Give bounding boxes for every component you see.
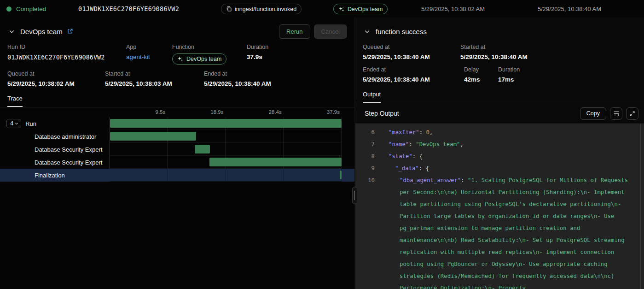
function-value-label: DevOps team [186,56,221,62]
run-id-field: Run ID 01JWDK1XE6C270F6YE69086VW2 [7,44,126,65]
event-badge[interactable]: inngest/function.invoked [221,4,302,14]
expand-button[interactable] [626,107,638,120]
copy-button[interactable]: Copy [580,107,606,120]
trace-row[interactable]: Database administrator [0,130,354,143]
sparkle-icon [177,56,184,62]
step-started-field: Started at 5/29/2025, 10:38:40 AM [460,44,528,60]
axis-tick-label: 18.9s [210,109,225,115]
run-status: Completed [6,0,46,18]
trace-row-track [109,130,342,143]
trace-rows: 4RunDatabase administratorDatabase Secur… [0,117,354,182]
trace-row-name: Finalization [35,172,65,179]
main-content: DevOps team Rerun Cancel Run ID 01JWDK1X… [0,18,644,289]
external-link-icon[interactable] [67,28,73,35]
trace-row-name: Database Security Expert [35,146,102,153]
code-content: "maxIter": 0, [379,126,644,138]
span-count-dropdown[interactable]: 4 [6,119,21,128]
axis-tick-label: 28.4s [269,109,284,115]
word-wrap-button[interactable] [610,107,622,120]
started-at-field: Started at 5/29/2025, 10:38:03 AM [105,71,204,87]
step-output-title: Step Output [365,110,399,117]
topbar-ended-time: 5/29/2025, 10:38:40 AM [538,0,601,18]
code-content: "state": { [379,150,644,162]
trace-row[interactable]: Finalization [0,169,354,182]
line-number: 8 [355,150,375,162]
step-delay-value: 42ms [464,76,498,83]
topbar: Completed 01JWDK1XE6C270F6YE69086VW2 inn… [0,0,644,18]
expand-icon [629,111,635,117]
started-at-label: Started at [105,71,204,77]
trace-row-label: Database Security Expert [0,143,109,156]
code-line: 9"_data": { [355,162,644,174]
step-queued-field: Queued at 5/29/2025, 10:38:40 AM [363,44,460,60]
function-value-badge[interactable]: DevOps team [172,53,226,65]
status-label: Completed [16,6,46,12]
trace-span-bar[interactable] [110,119,342,128]
code-line: 7"name": "DevOps team", [355,138,644,150]
step-output-code[interactable]: 6"maxIter": 0,7"name": "DevOps team",8"s… [355,124,644,289]
step-details-panel: function success Queued at 5/29/2025, 10… [355,18,644,289]
function-badge[interactable]: DevOps team [333,4,388,14]
event-badge-label: inngest/function.invoked [235,6,296,12]
trace-row-label: Database administrator [0,130,109,143]
collapse-step-chevron-icon[interactable] [363,27,371,36]
left-tabbar: Trace [0,94,354,107]
trace-span-bar[interactable] [195,145,210,153]
step-started-value: 5/29/2025, 10:38:40 AM [460,53,528,60]
panel-resize-handle[interactable] [352,187,357,204]
function-label: Function [172,44,247,50]
run-header: DevOps team Rerun Cancel [0,18,354,39]
code-line: 10"dba_agent_answer": "1. Scaling Postgr… [355,174,644,289]
span-count: 4 [10,120,13,127]
cancel-button: Cancel [314,24,347,39]
line-number: 6 [355,126,375,138]
topbar-run-id: 01JWDK1XE6C270F6YE69086VW2 [78,0,179,18]
trace-row-track [109,156,342,169]
trace-row[interactable]: 4Run [0,117,354,130]
ended-at-label: Ended at [204,71,271,77]
tab-output[interactable]: Output [363,91,381,103]
ended-at-field: Ended at 5/29/2025, 10:38:40 AM [204,71,271,87]
collapse-run-chevron-icon[interactable] [7,27,16,36]
trace-waterfall: 9.5s18.9s28.4s37.9s 4RunDatabase adminis… [0,107,354,289]
rerun-button[interactable]: Rerun [279,24,310,39]
app-link[interactable]: agent-kit [126,53,172,60]
code-line: 6"maxIter": 0, [355,126,644,138]
sparkle-icon [338,6,345,12]
started-at-value: 5/29/2025, 10:38:03 AM [105,80,204,87]
axis-tick-label: 37.9s [327,109,342,115]
status-dot [6,6,12,12]
duration-field: Duration 37.9s [247,44,268,65]
run-id-value: 01JWDK1XE6C270F6YE69086VW2 [7,53,126,61]
code-line: 8"state": { [355,150,644,162]
step-ended-label: Ended at [363,66,464,73]
trace-span-bar[interactable] [340,171,342,179]
run-meta-row1: Run ID 01JWDK1XE6C270F6YE69086VW2 App ag… [0,44,354,65]
code-content: "dba_agent_answer": "1. Scaling PostgreS… [379,174,644,289]
step-output-bar: Step Output Copy [355,103,644,124]
queued-at-label: Queued at [7,71,105,77]
run-actions: Rerun Cancel [279,24,347,39]
line-number: 9 [355,162,375,174]
step-header: function success [355,18,644,39]
trace-row-name: Run [25,120,36,127]
tab-trace[interactable]: Trace [7,95,23,107]
step-meta-row2: Ended at 5/29/2025, 10:38:40 AM Delay 42… [355,66,644,83]
step-title: function success [376,28,427,35]
step-output-actions: Copy [580,107,638,120]
queued-at-value: 5/29/2025, 10:38:02 AM [7,80,105,87]
trace-row-track [109,143,342,156]
trace-span-bar[interactable] [209,158,342,166]
trace-row-track [109,169,342,182]
trace-span-bar[interactable] [110,132,196,141]
trace-axis: 9.5s18.9s28.4s37.9s [0,107,354,117]
code-content: "name": "DevOps team", [379,138,644,150]
app-field: App agent-kit [126,44,172,65]
trace-row-label: 4Run [0,117,109,130]
trace-row[interactable]: Database Security Expert [0,156,354,169]
trace-row-label: Finalization [0,169,109,182]
trace-row[interactable]: Database Security Expert [0,143,354,156]
trace-row-label: Database Security Expert [0,156,109,169]
trace-row-track [109,117,342,130]
axis-tick-label: 9.5s [156,109,168,115]
